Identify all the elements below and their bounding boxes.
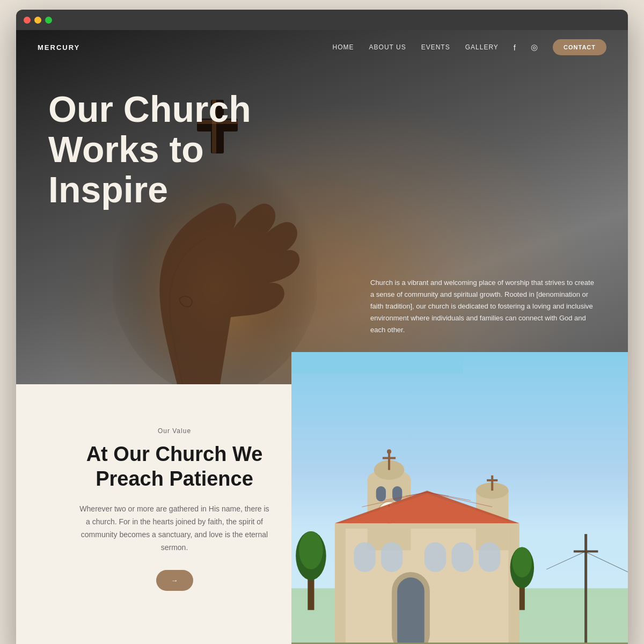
- svg-rect-12: [383, 457, 396, 459]
- browser-titlebar: [16, 10, 628, 30]
- blue-accent-bar: [291, 352, 463, 374]
- nav-events[interactable]: EVENTS: [421, 43, 450, 51]
- below-fold-section: Our Value At Our Church We Preach Patien…: [16, 384, 628, 644]
- nav-gallery[interactable]: GALLERY: [465, 43, 499, 51]
- browser-window: MERCURY HOME ABOUT US EVENTS GALLERY f ◎…: [16, 10, 628, 644]
- svg-rect-29: [451, 543, 473, 573]
- value-image-column: [291, 352, 628, 644]
- hero-headline-line2: Works to: [48, 129, 251, 170]
- navbar: MERCURY HOME ABOUT US EVENTS GALLERY f ◎…: [16, 30, 628, 64]
- svg-point-13: [387, 450, 391, 454]
- nav-links: HOME ABOUT US EVENTS GALLERY f ◎ CONTACT: [333, 39, 606, 55]
- church-image: [291, 352, 628, 644]
- svg-rect-22: [491, 475, 493, 491]
- svg-line-46: [546, 552, 586, 569]
- value-heading-line1: At Our Church We: [86, 442, 263, 467]
- value-section: Our Value At Our Church We Preach Patien…: [16, 384, 628, 644]
- svg-line-45: [584, 552, 628, 572]
- nav-home[interactable]: HOME: [333, 43, 354, 51]
- value-text-column: Our Value At Our Church We Preach Patien…: [16, 384, 322, 644]
- hero-section: MERCURY HOME ABOUT US EVENTS GALLERY f ◎…: [16, 30, 628, 384]
- hero-headline-line1: Our Church: [48, 89, 251, 129]
- value-button[interactable]: →: [156, 570, 193, 591]
- value-label: Our Value: [158, 427, 191, 435]
- svg-rect-26: [354, 543, 375, 573]
- svg-rect-14: [376, 487, 386, 502]
- hero-description: Church is a vibrant and welcoming place …: [370, 277, 596, 336]
- svg-rect-11: [388, 453, 390, 470]
- svg-point-42: [513, 547, 532, 578]
- svg-rect-28: [425, 543, 446, 573]
- church-building-svg: [291, 412, 628, 644]
- site-logo[interactable]: MERCURY: [38, 43, 80, 52]
- svg-rect-23: [487, 479, 497, 481]
- value-heading: At Our Church We Preach Patience: [86, 442, 263, 491]
- value-heading-line2: Preach Patience: [86, 467, 263, 492]
- value-body: Wherever two or more are gathered in His…: [78, 503, 271, 554]
- hero-headline-line3: Inspire: [48, 170, 251, 210]
- hero-headline: Our Church Works to Inspire: [48, 89, 251, 209]
- svg-rect-30: [479, 543, 500, 573]
- contact-button[interactable]: CONTACT: [553, 39, 606, 55]
- svg-rect-25: [397, 577, 425, 644]
- minimize-button[interactable]: [34, 17, 41, 24]
- svg-rect-27: [381, 543, 402, 573]
- maximize-button[interactable]: [45, 17, 52, 24]
- nav-about[interactable]: ABOUT US: [369, 43, 406, 51]
- facebook-icon[interactable]: f: [514, 43, 516, 52]
- svg-point-39: [299, 531, 323, 569]
- instagram-icon[interactable]: ◎: [531, 42, 538, 52]
- close-button[interactable]: [24, 17, 31, 24]
